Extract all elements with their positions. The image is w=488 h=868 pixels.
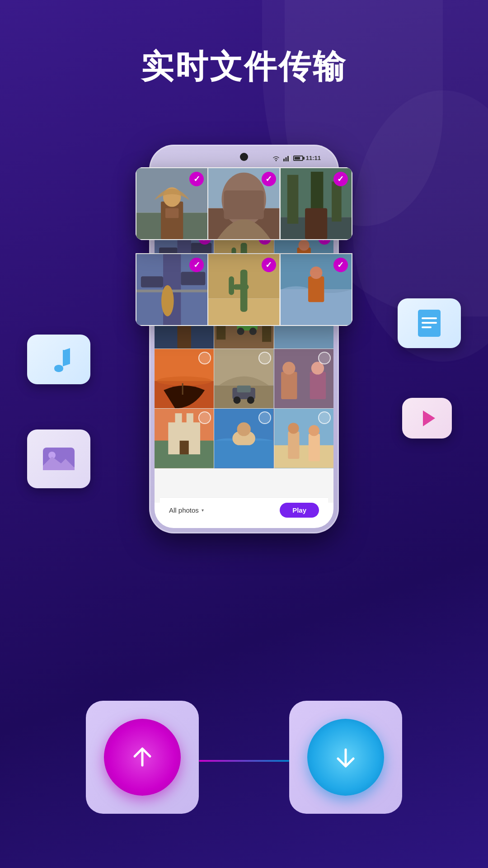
document-app-icon[interactable]	[398, 298, 461, 348]
circle-badge-11	[258, 352, 271, 364]
connection-line	[199, 760, 289, 762]
circle-badge-12	[318, 352, 331, 364]
wifi-icon	[272, 155, 281, 161]
floating-check-6: ✓	[333, 258, 348, 272]
floating-cell-3[interactable]: ✓	[281, 168, 352, 239]
floating-cell-5[interactable]: ✓	[208, 254, 279, 325]
svg-rect-68	[175, 413, 182, 431]
floating-cell-6[interactable]: ✓	[281, 254, 352, 325]
floating-photo-panel-top: ✓ ✓ ✓	[136, 167, 352, 240]
upload-icon	[128, 743, 157, 772]
svg-point-0	[275, 160, 277, 161]
svg-point-78	[288, 423, 299, 434]
floating-row-1: ✓ ✓ ✓	[136, 167, 352, 240]
svg-point-34	[298, 240, 309, 251]
document-icon	[416, 307, 443, 339]
svg-rect-98	[141, 276, 163, 288]
all-photos-dropdown[interactable]: All photos ▾	[169, 506, 204, 514]
svg-rect-115	[422, 326, 432, 328]
svg-point-58	[234, 396, 241, 404]
upload-button-outer[interactable]	[86, 701, 199, 814]
video-app-icon[interactable]	[402, 398, 452, 439]
play-button[interactable]: Play	[280, 503, 319, 518]
floating-cell-1[interactable]: ✓	[136, 168, 207, 239]
battery-icon	[293, 156, 303, 161]
floating-check-5: ✓	[262, 258, 276, 272]
svg-rect-104	[240, 269, 248, 311]
svg-point-74	[237, 423, 251, 436]
svg-rect-3	[287, 156, 289, 161]
music-app-icon[interactable]	[27, 335, 90, 384]
play-icon	[415, 406, 440, 431]
status-time: 11:11	[306, 155, 321, 161]
upload-wrapper	[86, 701, 199, 814]
floating-row-2: ✓ ✓ ✓	[136, 253, 352, 326]
signal-icon	[283, 155, 291, 161]
svg-rect-113	[422, 317, 437, 319]
svg-point-52	[157, 377, 211, 386]
download-wrapper	[289, 701, 402, 814]
circle-badge-14	[258, 411, 271, 424]
photo-cell-15[interactable]	[274, 409, 333, 468]
svg-rect-114	[422, 322, 437, 324]
floating-cell-4[interactable]: ✓	[136, 254, 207, 325]
svg-point-101	[161, 285, 174, 316]
download-icon	[331, 743, 361, 772]
page-title: 实时文件传输	[0, 45, 488, 89]
download-button[interactable]	[307, 719, 384, 796]
svg-marker-118	[423, 410, 435, 426]
svg-point-59	[247, 396, 254, 404]
phone-notch	[240, 153, 248, 161]
svg-rect-4	[289, 155, 291, 161]
svg-point-47	[249, 328, 257, 335]
image-icon	[41, 441, 77, 477]
upload-button[interactable]	[104, 719, 181, 796]
svg-rect-83	[161, 202, 183, 240]
svg-rect-76	[274, 445, 333, 468]
all-photos-label: All photos	[169, 506, 199, 514]
floating-photo-panel-bottom: ✓ ✓ ✓	[136, 253, 352, 326]
svg-point-80	[308, 425, 319, 436]
photo-cell-12[interactable]	[274, 349, 333, 408]
photo-cell-13[interactable]	[155, 409, 214, 468]
photo-cell-11[interactable]	[214, 349, 273, 408]
transfer-buttons-section	[86, 701, 402, 814]
chevron-down-icon: ▾	[202, 508, 204, 513]
svg-rect-63	[310, 372, 325, 399]
svg-point-62	[282, 362, 295, 374]
svg-rect-109	[308, 276, 324, 302]
floating-check-3: ✓	[333, 172, 348, 186]
photo-cell-14[interactable]	[214, 409, 273, 468]
svg-rect-89	[224, 190, 264, 219]
svg-rect-1	[283, 159, 285, 161]
image-app-icon[interactable]	[27, 429, 90, 488]
svg-rect-77	[288, 432, 299, 459]
download-button-outer[interactable]	[289, 701, 402, 814]
svg-rect-70	[180, 441, 189, 454]
svg-rect-69	[187, 413, 193, 431]
photo-cell-10[interactable]	[155, 349, 214, 408]
svg-rect-95	[305, 208, 327, 239]
svg-point-46	[237, 328, 244, 335]
floating-check-2: ✓	[262, 172, 276, 186]
svg-rect-57	[237, 386, 251, 392]
svg-rect-106	[229, 276, 235, 295]
phone-bottom-bar: All photos ▾ Play	[160, 497, 328, 523]
svg-rect-53	[182, 383, 183, 395]
svg-rect-2	[285, 157, 286, 161]
svg-point-110	[310, 267, 323, 279]
floating-cell-2[interactable]: ✓	[208, 168, 279, 239]
svg-rect-94	[332, 181, 342, 221]
status-bar: 11:11	[272, 155, 321, 161]
svg-rect-99	[181, 272, 205, 285]
svg-rect-85	[165, 208, 178, 218]
svg-rect-105	[233, 284, 249, 290]
svg-rect-92	[287, 175, 298, 224]
music-note-icon	[43, 344, 75, 375]
svg-rect-111	[63, 350, 64, 366]
svg-rect-79	[308, 434, 319, 462]
svg-rect-61	[281, 372, 297, 399]
